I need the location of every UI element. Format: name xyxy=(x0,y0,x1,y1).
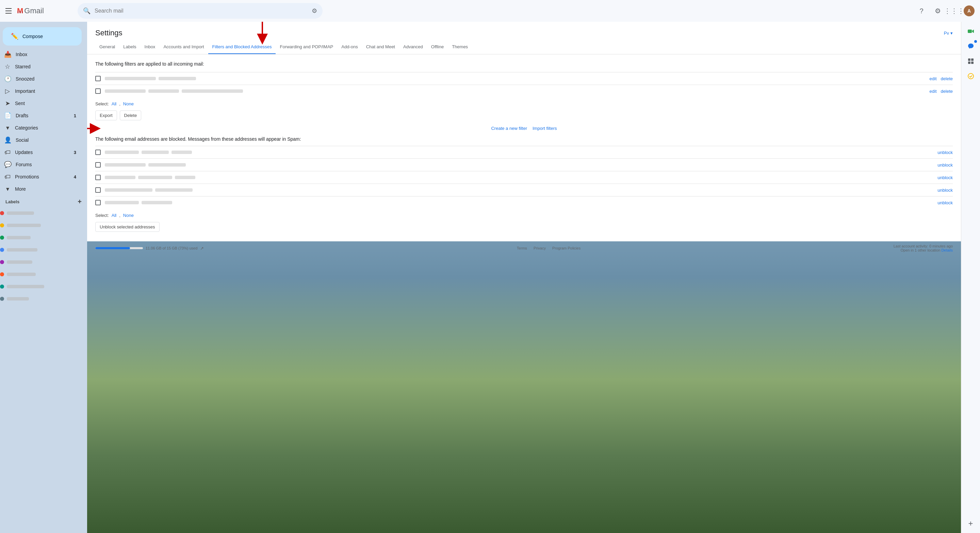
sidebar-item-snoozed[interactable]: 🕐 Snoozed xyxy=(0,73,82,85)
filters-section-title: The following filters are applied to all… xyxy=(95,61,953,67)
filter-edit-2[interactable]: edit xyxy=(930,89,937,94)
content-area: Settings Pv ▾ Gene xyxy=(87,22,961,533)
create-filter-link[interactable]: Create a new filter xyxy=(491,126,527,131)
tab-labels[interactable]: Labels xyxy=(119,40,140,54)
label-text-7 xyxy=(7,285,44,288)
blocked-row-3: unblock xyxy=(95,171,953,184)
tab-filters[interactable]: Filters and Blocked Addresses xyxy=(208,40,276,54)
blocked-select-all[interactable]: All xyxy=(111,213,116,218)
sidebar-item-more[interactable]: ▾ More xyxy=(0,183,82,195)
blocked-content-4 xyxy=(105,188,933,192)
blocked-checkbox-5[interactable] xyxy=(95,200,101,205)
export-button[interactable]: Export xyxy=(95,111,117,121)
blocked-checkbox-2[interactable] xyxy=(95,162,101,168)
sidebar-item-forums[interactable]: 💬 Forums xyxy=(0,159,82,171)
filter-text-blur-2b xyxy=(148,89,179,93)
tab-inbox[interactable]: Inbox xyxy=(140,40,159,54)
tab-chat[interactable]: Chat and Meet xyxy=(362,40,399,54)
chat-icon-button[interactable] xyxy=(964,40,978,53)
filter-select-none[interactable]: None xyxy=(123,101,134,106)
details-link[interactable]: Details xyxy=(941,248,953,252)
hamburger-menu-button[interactable] xyxy=(5,7,14,15)
help-button[interactable]: ? xyxy=(915,4,928,17)
settings-button[interactable]: ⚙ xyxy=(931,4,945,17)
blocked-checkbox-4[interactable] xyxy=(95,187,101,193)
tab-general[interactable]: General xyxy=(95,40,119,54)
sidebar-item-sent[interactable]: ➤ Sent xyxy=(0,97,82,109)
blocked-text-4b xyxy=(155,188,192,192)
tasks-icon-button[interactable] xyxy=(964,69,978,83)
label-item-1[interactable] xyxy=(0,207,82,219)
compose-button[interactable]: ✏️ Compose xyxy=(3,27,82,46)
sidebar-item-updates[interactable]: 🏷 Updates 3 xyxy=(0,146,82,159)
tab-accounts[interactable]: Accounts and Import xyxy=(159,40,208,54)
label-item-4[interactable] xyxy=(0,244,82,256)
filter-links-row: Create a new filter Import filters xyxy=(95,126,953,131)
storage-bar-fill xyxy=(95,247,130,249)
filter-select-row: Select: All , None xyxy=(95,101,953,106)
inbox-icon: 📥 xyxy=(4,51,11,58)
filter-text-blur-1a xyxy=(105,77,156,80)
storage-text: 11.06 GB of 15 GB (73%) used xyxy=(146,246,197,250)
unblock-selected-button[interactable]: Unblock selected addresses xyxy=(95,222,159,232)
sidebar-item-social[interactable]: 👤 Social xyxy=(0,134,82,146)
unblock-link-2[interactable]: unblock xyxy=(937,162,953,168)
label-color-dot-8 xyxy=(0,297,4,301)
filter-checkbox-2[interactable] xyxy=(95,88,101,94)
label-text-2 xyxy=(7,224,41,227)
forums-icon: 💬 xyxy=(4,161,11,168)
search-filter-icon[interactable]: ⚙ xyxy=(312,7,317,14)
blocked-row-1: unblock xyxy=(95,146,953,159)
label-color-dot-3 xyxy=(0,236,4,240)
meet-icon-button[interactable] xyxy=(964,24,978,38)
sidebar-item-inbox[interactable]: 📥 Inbox xyxy=(0,48,82,60)
tab-forwarding[interactable]: Forwarding and POP/IMAP xyxy=(275,40,337,54)
terms-link[interactable]: Terms xyxy=(517,246,527,250)
categories-chevron-icon: ▾ xyxy=(4,124,11,132)
privacy-link[interactable]: Privacy xyxy=(533,246,546,250)
tab-advanced[interactable]: Advanced xyxy=(399,40,427,54)
sidebar-item-drafts[interactable]: 📄 Drafts 1 xyxy=(0,109,82,122)
delete-button[interactable]: Delete xyxy=(120,111,142,121)
label-item-5[interactable] xyxy=(0,256,82,268)
label-item-2[interactable] xyxy=(0,219,82,232)
blocked-section-title: The following email addresses are blocke… xyxy=(95,136,953,142)
add-panel-button[interactable]: + xyxy=(964,517,978,530)
unblock-link-1[interactable]: unblock xyxy=(937,150,953,155)
label-item-8[interactable] xyxy=(0,293,82,305)
unblock-link-5[interactable]: unblock xyxy=(937,200,953,205)
unblock-link-4[interactable]: unblock xyxy=(937,188,953,193)
tab-offline[interactable]: Offline xyxy=(427,40,448,54)
unblock-link-3[interactable]: unblock xyxy=(937,175,953,180)
label-item-6[interactable] xyxy=(0,268,82,281)
import-filters-link[interactable]: Import filters xyxy=(533,126,557,131)
drafts-icon: 📄 xyxy=(4,112,11,119)
label-item-7[interactable] xyxy=(0,281,82,293)
program-policies-link[interactable]: Program Policies xyxy=(552,246,581,250)
filter-delete-1[interactable]: delete xyxy=(941,76,953,81)
blocked-checkbox-1[interactable] xyxy=(95,149,101,155)
search-bar[interactable]: 🔍 ⚙ xyxy=(78,3,323,19)
filter-select-all[interactable]: All xyxy=(111,101,116,106)
settings-preview-button[interactable]: Pv ▾ xyxy=(944,30,953,36)
blocked-checkbox-3[interactable] xyxy=(95,175,101,180)
avatar[interactable]: A xyxy=(964,5,975,16)
label-item-3[interactable] xyxy=(0,232,82,244)
search-input[interactable] xyxy=(95,8,308,14)
sidebar-item-promotions[interactable]: 🏷 Promotions 4 xyxy=(0,171,82,183)
filter-edit-1[interactable]: edit xyxy=(930,76,937,81)
tab-themes[interactable]: Themes xyxy=(448,40,472,54)
sidebar-categories-toggle[interactable]: ▾ Categories xyxy=(0,122,82,134)
apps-button[interactable]: ⋮⋮⋮ xyxy=(947,4,961,17)
snoozed-icon: 🕐 xyxy=(4,75,11,82)
sidebar-item-starred[interactable]: ☆ Starred xyxy=(0,60,82,73)
storage-link-icon[interactable]: ↗ xyxy=(200,246,204,251)
blocked-content-5 xyxy=(105,201,933,204)
filter-checkbox-1[interactable] xyxy=(95,76,101,81)
add-label-button[interactable]: + xyxy=(78,198,82,206)
blocked-select-none[interactable]: None xyxy=(123,213,134,218)
tab-addons[interactable]: Add-ons xyxy=(337,40,362,54)
sidebar-item-important[interactable]: ▷ Important xyxy=(0,85,82,97)
filter-delete-2[interactable]: delete xyxy=(941,89,953,94)
spaces-icon-button[interactable] xyxy=(964,54,978,68)
